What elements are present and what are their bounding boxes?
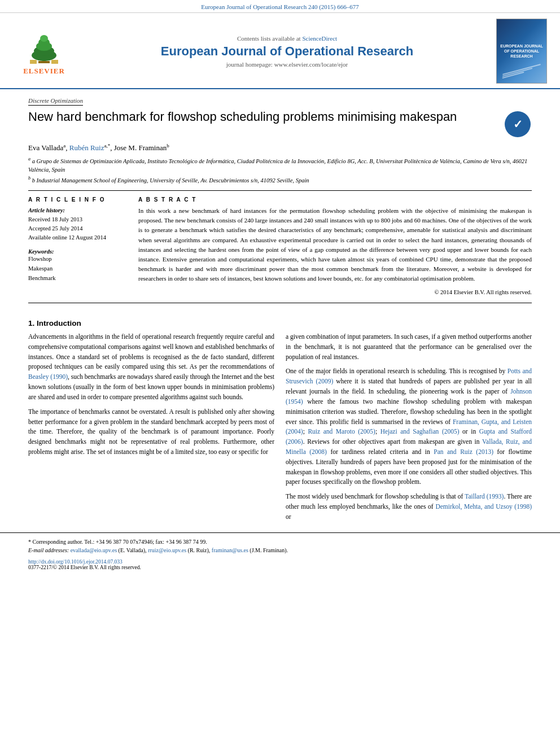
ruiz-link[interactable]: Ruiz and Maroto (2005): [308, 428, 375, 435]
potts-link[interactable]: Potts and Strusevich (2009): [286, 368, 532, 385]
keyword-3: Benchmark: [28, 274, 127, 283]
footnote-email: E-mail addresses: evallada@eio.upv.es (E…: [28, 546, 532, 554]
available-date: Available online 12 August 2014: [28, 233, 127, 242]
authors-section: Eva Valladaa, Rubén Ruiza,*, Jose M. Fra…: [0, 138, 560, 185]
section-label: Discrete Optimization: [28, 97, 83, 106]
affiliation-a: a a Grupo de Sistemas de Optimización Ap…: [28, 156, 532, 174]
journal-header-center: Contents lists available at ScienceDirec…: [84, 35, 491, 68]
article-history: Article history: Received 18 July 2013 A…: [28, 206, 127, 242]
contents-text: Contents lists available at: [237, 35, 301, 42]
journal-citation-bar: European Journal of Operational Research…: [0, 0, 560, 13]
sciencedirect-link[interactable]: ScienceDirect: [302, 35, 337, 42]
body-para-4: One of the major fields in operational r…: [286, 366, 532, 487]
cover-decoration: [502, 67, 541, 77]
body-col-left: Advancements in algorithms in the field …: [28, 332, 274, 527]
body-col-right: a given combination of input parameters.…: [286, 332, 532, 527]
body-para-5: The most widely used benchmark for flows…: [286, 492, 532, 522]
journal-cover-area: EUROPEAN JOURNAL OF OPERATIONAL RESEARCH: [496, 19, 550, 84]
abstract-text: In this work a new benchmark of hard ins…: [138, 206, 532, 297]
doi-link[interactable]: http://dx.doi.org/10.1016/j.ejor.2014.07…: [28, 559, 532, 565]
elsevier-wordmark: ELSEVIER: [23, 67, 65, 76]
demirkol-link[interactable]: Demirkol, Mehta, and Uzsoy (1998): [435, 503, 532, 510]
body-para-1: Advancements in algorithms in the field …: [28, 332, 274, 403]
abstract-label: A B S T R A C T: [138, 196, 532, 203]
author-framinan-sup: b: [167, 143, 169, 148]
keywords-list: Flowshop Makespan Benchmark: [28, 255, 127, 283]
footnote-corresponding: * Corresponding author. Tel.: +34 96 387…: [28, 538, 532, 546]
svg-rect-7: [30, 60, 37, 64]
article-info-col: A R T I C L E I N F O Article history: R…: [28, 196, 127, 297]
sciencedirect-line: Contents lists available at ScienceDirec…: [84, 35, 491, 42]
crossmark-icon: ✓: [505, 111, 531, 137]
affiliation-a-sup: a: [28, 156, 30, 161]
svg-rect-8: [51, 60, 58, 64]
crossmark-badge: ✓: [505, 111, 532, 138]
hejazi-link[interactable]: Hejazi and Saghafian (2005): [380, 428, 460, 435]
footnote-area: * Corresponding author. Tel.: +34 96 387…: [0, 532, 560, 557]
vallada-link[interactable]: Vallada, Ruiz, and Minella (2008): [286, 438, 532, 455]
keywords-title: Keywords:: [28, 248, 127, 255]
article-title-row: New hard benchmark for flowshop scheduli…: [28, 109, 532, 138]
affiliation-b: b b Industrial Management School of Engi…: [28, 175, 532, 185]
section-1-title: 1. Introduction: [28, 319, 532, 327]
journal-title: European Journal of Operational Research: [84, 44, 491, 59]
journal-citation: European Journal of Operational Research…: [201, 3, 359, 10]
authors-line: Eva Valladaa, Rubén Ruiza,*, Jose M. Fra…: [28, 143, 532, 152]
journal-cover-image: EUROPEAN JOURNAL OF OPERATIONAL RESEARCH: [496, 19, 547, 84]
author-eva-sup: a: [63, 143, 65, 148]
johnson-link[interactable]: Johnson (1954): [286, 388, 532, 405]
article-info-label: A R T I C L E I N F O: [28, 196, 127, 203]
cover-title: EUROPEAN JOURNAL OF OPERATIONAL RESEARCH: [497, 41, 546, 61]
taillard-link[interactable]: Taillard (1993): [465, 493, 504, 500]
elsevier-logo: ELSEVIER: [10, 27, 78, 76]
received-date: Received 18 July 2013: [28, 215, 127, 224]
info-abstract-area: A R T I C L E I N F O Article history: R…: [0, 196, 560, 297]
svg-point-6: [40, 35, 48, 42]
bottom-bar: http://dx.doi.org/10.1016/j.ejor.2014.07…: [0, 557, 560, 573]
copyright-line: © 2014 Elsevier B.V. All rights reserved…: [138, 288, 532, 297]
beasley-link[interactable]: Beasley (1990): [28, 373, 68, 380]
issn-text: 0377-2217/© 2014 Elsevier B.V. All right…: [28, 565, 532, 570]
email-vallada[interactable]: evallada@eio.upv.es: [71, 547, 117, 553]
author-eva: Eva Vallada: [28, 143, 63, 152]
keyword-1: Flowshop: [28, 255, 127, 264]
author-ruben: Rubén Ruiz: [69, 143, 104, 152]
article-title: New hard benchmark for flowshop scheduli…: [28, 109, 499, 125]
abstract-paragraph: In this work a new benchmark of hard ins…: [138, 206, 532, 283]
email-ruiz[interactable]: rruiz@eio.upv.es: [148, 547, 186, 553]
elsevier-logo-area: ELSEVIER: [10, 27, 78, 76]
intro-section-header: 1. Introduction: [0, 309, 560, 327]
accepted-date: Accepted 25 July 2014: [28, 224, 127, 233]
journal-header: ELSEVIER Contents lists available at Sci…: [0, 13, 560, 89]
keywords-section: Keywords: Flowshop Makespan Benchmark: [28, 248, 127, 283]
elsevier-tree-icon: [19, 27, 69, 65]
journal-homepage: journal homepage: www.elsevier.com/locat…: [84, 61, 491, 68]
body-two-col: Advancements in algorithms in the field …: [0, 332, 560, 527]
body-para-3: a given combination of input parameters.…: [286, 332, 532, 362]
pan-link[interactable]: Pan and Ruiz (2013): [434, 448, 493, 455]
history-title: Article history:: [28, 206, 127, 215]
abstract-divider: [28, 303, 532, 303]
email-framinan[interactable]: framinan@us.es: [212, 547, 248, 553]
author-ruben-sup: a,*: [104, 143, 110, 148]
header-divider: [28, 190, 532, 191]
affiliation-a-text: a Grupo de Sistemas de Optimización Apli…: [28, 158, 527, 173]
keyword-2: Makespan: [28, 264, 127, 274]
author-framinan: Jose M. Framinan: [114, 143, 167, 152]
affiliation-b-sup: b: [28, 176, 30, 181]
abstract-col: A B S T R A C T In this work a new bench…: [138, 196, 532, 297]
affiliation-b-text: b Industrial Management School of Engine…: [32, 177, 309, 184]
page-wrapper: European Journal of Operational Research…: [0, 0, 560, 573]
body-para-2: The importance of benchmarks cannot be o…: [28, 407, 274, 457]
article-header: Discrete Optimization New hard benchmark…: [0, 89, 560, 138]
